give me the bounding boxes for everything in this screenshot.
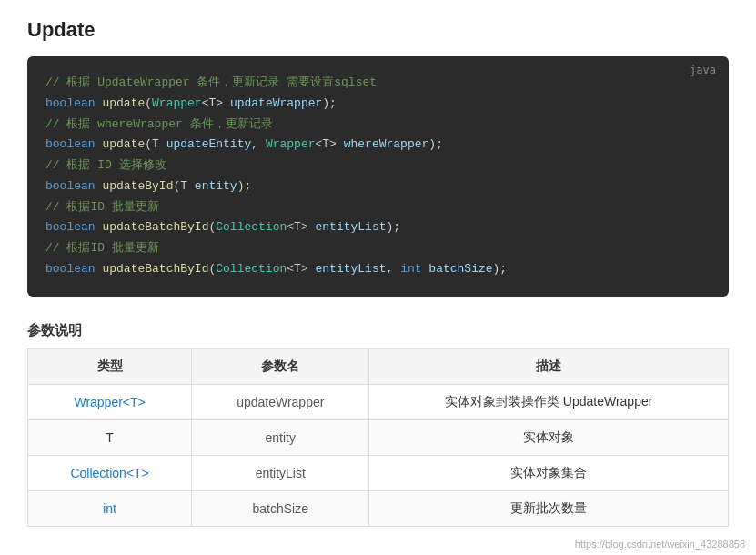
punc-9: ); [237,179,252,193]
code-block: java // 根据 UpdateWrapper 条件，更新记录 需要设置sql… [27,56,729,297]
kw-1: boolean [45,96,102,110]
punc-5: , [251,137,266,151]
type-2: Wrapper [266,137,316,151]
punc-14: <T> [287,262,315,276]
desc-value: 实体对象封装操作类 UpdateWrapper [445,394,652,409]
type-4: Collection [216,262,287,276]
param-5: entityList [316,220,387,234]
type-value: Wrapper<T> [74,395,145,409]
param-2: updateEntity [166,137,252,151]
param-value: batchSize [253,501,308,516]
type-value: T [106,430,114,445]
punc-1: ( [145,96,152,110]
kw-5: boolean [45,262,102,276]
param-7: batchSize [428,262,492,276]
punc-7: ); [428,137,443,151]
table-row: int batchSize 更新批次数量 [28,490,729,526]
type-value: Collection<T> [70,466,148,480]
desc-value: 更新批次数量 [510,500,587,515]
table-row: Collection<T> entityList 实体对象集合 [28,455,729,490]
col-param: 参数名 [192,348,369,384]
kw-3: boolean [45,179,102,193]
cell-type: T [28,419,192,455]
cell-desc: 实体对象集合 [369,455,729,490]
punc-16: ); [493,262,508,276]
param-4: entity [195,179,237,193]
comment-3: // 根据 ID 选择修改 [45,158,166,172]
code-content: // 根据 UpdateWrapper 条件，更新记录 需要设置sqlset b… [45,73,711,280]
punc-2: <T> [202,96,230,110]
watermark: https://blog.csdn.net/weixin_43288858 [575,539,745,545]
col-type: 类型 [28,348,192,384]
punc-4: (T [145,137,166,151]
punc-12: ); [387,220,401,234]
param-value: entity [266,430,296,445]
method-1: update [102,96,145,110]
section-title: 参数说明 [27,322,729,339]
table-body: Wrapper<T> updateWrapper 实体对象封装操作类 Updat… [28,384,729,526]
col-desc: 描述 [369,348,729,384]
punc-11: <T> [287,220,315,234]
comment-1: // 根据 UpdateWrapper 条件，更新记录 需要设置sqlset [45,76,377,89]
cell-type: int [28,490,192,526]
cell-param: entityList [192,455,369,490]
code-lang-badge: java [690,64,716,76]
method-5: updateBatchById [102,262,208,276]
table-row: Wrapper<T> updateWrapper 实体对象封装操作类 Updat… [28,384,729,419]
param-value: entityList [256,466,306,480]
table-row: T entity 实体对象 [28,419,729,455]
cell-param: updateWrapper [192,384,369,419]
punc-15: , [387,262,401,276]
kw-int-1: int [400,262,428,276]
param-6: entityList [316,262,387,276]
punc-8: (T [173,179,194,193]
table-header: 类型 参数名 描述 [28,348,729,384]
type-1: Wrapper [152,96,202,110]
cell-type: Collection<T> [28,455,192,490]
desc-value: 实体对象 [523,429,574,444]
cell-desc: 更新批次数量 [369,490,729,526]
params-section: 参数说明 类型 参数名 描述 Wrapper<T> updateWrapper … [27,322,729,527]
cell-param: batchSize [192,490,369,526]
param-value: updateWrapper [237,395,324,409]
comment-4: // 根据ID 批量更新 [45,200,159,214]
method-2: update [102,137,145,151]
punc-3: ); [322,96,337,110]
kw-4: boolean [45,220,102,234]
param-1: updateWrapper [230,96,322,110]
params-table: 类型 参数名 描述 Wrapper<T> updateWrapper 实体对象封… [27,348,729,527]
cell-desc: 实体对象封装操作类 UpdateWrapper [369,384,729,419]
punc-6: <T> [315,137,343,151]
page-title: Update [27,18,729,42]
comment-5: // 根据ID 批量更新 [45,241,159,255]
comment-2: // 根据 whereWrapper 条件，更新记录 [45,117,273,131]
cell-desc: 实体对象 [369,419,729,455]
cell-param: entity [192,419,369,455]
param-3: whereWrapper [344,137,429,151]
desc-value: 实体对象集合 [510,465,587,479]
type-3: Collection [216,220,287,234]
cell-type: Wrapper<T> [28,384,192,419]
method-3: updateById [102,179,173,193]
kw-2: boolean [45,137,102,151]
method-4: updateBatchById [102,220,208,234]
type-value: int [103,501,116,516]
